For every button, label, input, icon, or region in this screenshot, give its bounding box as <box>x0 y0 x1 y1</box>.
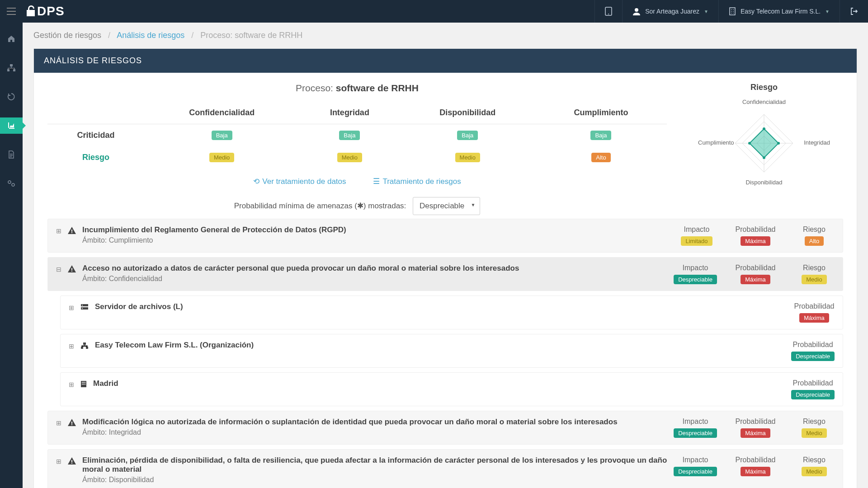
asset-title: Madrid <box>93 379 785 388</box>
svg-point-7 <box>8 181 11 183</box>
threat-row: ⊞ Incumplimiento del Reglamento General … <box>47 219 843 253</box>
topbar: DPS Sor Arteaga Juarez ▼ Easy Telecom La… <box>0 0 868 23</box>
warning-icon <box>68 419 76 426</box>
probability-filter[interactable]: Despreciable <box>413 197 480 215</box>
panel-title: ANÁLISIS DE RIESGOS <box>34 49 857 73</box>
threat-scope: Ámbito: Cumplimiento <box>82 236 670 244</box>
expand-toggle[interactable]: ⊟ <box>56 266 61 273</box>
asset-title: Easy Telecom Law Firm S.L. (Organización… <box>95 341 785 350</box>
process-label: Proceso: <box>296 83 333 93</box>
nav-settings[interactable] <box>0 175 23 192</box>
expand-toggle[interactable]: ⊞ <box>56 458 61 465</box>
svg-rect-30 <box>83 382 84 383</box>
threat-scope: Ámbito: Integridad <box>82 428 667 436</box>
threat-list: ⊞ Incumplimiento del Reglamento General … <box>47 219 843 488</box>
topbar-org[interactable]: Easy Telecom Law Firm S.L. ▼ <box>718 0 840 23</box>
svg-rect-5 <box>7 69 9 71</box>
server-icon <box>80 304 89 310</box>
threat-scope: Ámbito: Disponibilidad <box>82 476 667 484</box>
svg-text:Disponibilidad: Disponibilidad <box>746 179 783 186</box>
threat-title: Acceso no autorizado a datos de carácter… <box>82 264 667 273</box>
metric-label: Probabilidad <box>735 418 776 426</box>
metric-label: Riesgo <box>794 264 835 272</box>
topbar-user[interactable]: Sor Arteaga Juarez ▼ <box>622 0 718 23</box>
nav-home[interactable] <box>0 31 23 47</box>
threat-asset-row: ⊞ Easy Telecom Law Firm S.L. (Organizaci… <box>60 334 843 368</box>
svg-point-24 <box>82 308 83 309</box>
topbar-logout[interactable] <box>840 0 868 23</box>
app-logo[interactable]: DPS <box>23 4 65 19</box>
nav-analytics[interactable] <box>0 117 23 134</box>
svg-rect-31 <box>85 382 85 383</box>
svg-rect-34 <box>85 384 85 385</box>
user-icon <box>632 7 641 15</box>
metric-label: Riesgo <box>794 418 835 426</box>
breadcrumb: Gestión de riesgos / Análisis de riesgos… <box>33 31 857 40</box>
svg-point-8 <box>12 183 14 186</box>
col-cumplimiento: Cumplimiento <box>535 102 667 124</box>
chart-title: Riesgo <box>685 83 843 92</box>
expand-toggle[interactable]: ⊞ <box>69 381 74 388</box>
breadcrumb-current: Proceso: software de RRHH <box>200 31 302 40</box>
radar-chart: ConfidencialidadIntegridadDisponibilidad… <box>692 96 836 186</box>
metric-label: Probabilidad <box>735 456 776 464</box>
menu-toggle[interactable] <box>0 0 23 23</box>
impact-badge: Despreciable <box>674 275 717 284</box>
user-name: Sor Arteaga Juarez <box>645 8 699 15</box>
threat-row: ⊟ Acceso no autorizado a datos de caráct… <box>47 257 843 291</box>
risk-badge: Alto <box>805 236 824 246</box>
col-confidencialidad: Confidencialidad <box>144 102 299 124</box>
building-icon <box>80 380 87 388</box>
logout-icon <box>850 7 858 15</box>
threat-scope: Ámbito: Confidencialidad <box>82 275 667 283</box>
link-treatment-data[interactable]: ⟲Ver tratamiento de datos <box>253 177 346 186</box>
risk-panel: ANÁLISIS DE RIESGOS Proceso: software de… <box>33 48 857 488</box>
link-risk-treatment[interactable]: ☰Tratamiento de riesgos <box>373 177 461 186</box>
threat-asset-row: ⊞ Servidor de archivos (L) ProbabilidadM… <box>60 296 843 329</box>
expand-toggle[interactable]: ⊞ <box>69 304 74 311</box>
tablet-icon <box>605 7 612 16</box>
probability-badge: Despreciable <box>791 390 835 399</box>
lock-icon <box>26 5 36 17</box>
svg-rect-29 <box>82 382 83 383</box>
svg-point-2 <box>635 8 638 12</box>
svg-rect-32 <box>82 384 83 385</box>
svg-rect-4 <box>10 64 13 66</box>
file-icon <box>8 150 15 159</box>
chart-icon <box>7 122 15 130</box>
topbar-notebook[interactable] <box>594 0 622 23</box>
metric-label: Probabilidad <box>791 379 835 387</box>
svg-rect-26 <box>81 347 83 349</box>
breadcrumb-root[interactable]: Gestión de riesgos <box>33 31 101 40</box>
asset-title: Servidor de archivos (L) <box>95 302 788 311</box>
org-name: Easy Telecom Law Firm S.L. <box>741 8 821 15</box>
chevron-down-icon: ▼ <box>704 9 708 14</box>
warning-icon <box>68 265 76 272</box>
svg-point-13 <box>763 127 765 130</box>
svg-point-15 <box>763 156 765 159</box>
metric-label: Impacto <box>674 264 717 272</box>
expand-toggle[interactable]: ⊞ <box>56 227 61 235</box>
svg-point-1 <box>608 14 609 14</box>
impact-badge: Limitado <box>681 236 712 246</box>
row-criticidad: Criticidad <box>47 124 144 147</box>
app-name: DPS <box>37 4 65 19</box>
home-icon <box>7 35 15 43</box>
metric-label: Riesgo <box>794 456 835 464</box>
expand-toggle[interactable]: ⊞ <box>56 419 61 427</box>
breadcrumb-link[interactable]: Análisis de riesgos <box>117 31 184 40</box>
metric-label: Probabilidad <box>791 341 835 349</box>
svg-point-14 <box>777 142 780 145</box>
expand-toggle[interactable]: ⊞ <box>69 343 74 350</box>
chevron-down-icon: ▼ <box>825 9 830 14</box>
crit-integ: Baja <box>339 131 360 140</box>
risk-badge: Medio <box>802 428 826 438</box>
crit-conf: Baja <box>212 131 232 140</box>
metric-label: Impacto <box>674 456 717 464</box>
crit-disp: Baja <box>457 131 478 140</box>
gears-icon <box>7 179 16 188</box>
nav-recycle[interactable] <box>0 89 23 105</box>
sitemap-icon <box>7 64 16 72</box>
nav-docs[interactable] <box>0 146 23 163</box>
nav-org[interactable] <box>0 60 23 76</box>
